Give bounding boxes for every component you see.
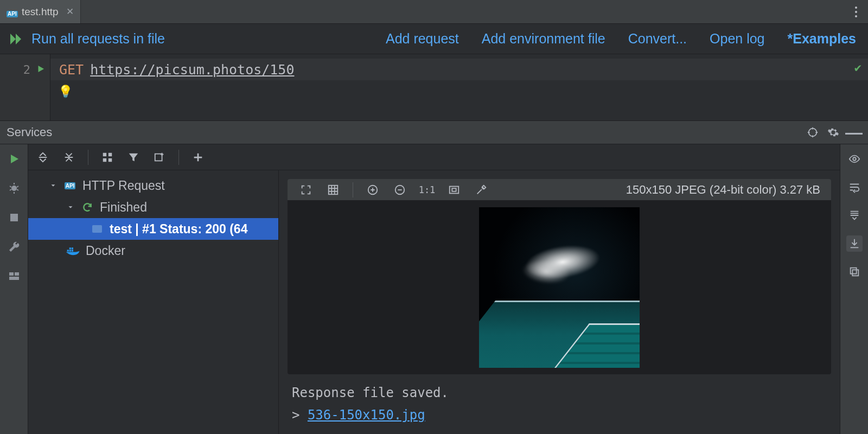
line-number: 2 — [23, 63, 30, 76]
gear-icon[interactable] — [826, 125, 841, 140]
console-line: Response file saved. — [292, 382, 827, 404]
run-icon[interactable] — [6, 151, 22, 167]
add-request-link[interactable]: Add request — [386, 31, 459, 47]
services-toolwindow-title: Services — — [0, 120, 868, 144]
collapse-all-icon[interactable] — [62, 150, 76, 164]
run-all-icon[interactable] — [8, 31, 24, 47]
zoom-in-icon[interactable] — [365, 182, 380, 197]
image-viewer-toolbar: 1:1 150x150 JPEG (24-bit color) 3.27 kB — [288, 179, 831, 201]
tree-label: test | #1 Status: 200 (64 — [110, 222, 247, 237]
toolbar-separator — [178, 150, 179, 165]
svg-rect-23 — [850, 268, 856, 274]
stop-icon[interactable] — [6, 209, 22, 226]
svg-rect-5 — [9, 277, 19, 280]
gutter-line-2: 2 — [23, 59, 50, 80]
svg-rect-12 — [69, 250, 71, 251]
svg-rect-15 — [72, 247, 73, 249]
svg-rect-4 — [15, 272, 19, 276]
tab-title: test.http — [22, 6, 59, 18]
convert-link[interactable]: Convert... — [628, 31, 687, 47]
add-icon[interactable] — [191, 150, 205, 164]
close-icon[interactable]: ✕ — [66, 6, 74, 17]
svg-rect-7 — [108, 152, 112, 156]
http-url: https://picsum.photos/150 — [90, 62, 294, 78]
editor-gutter: 2 — [0, 54, 50, 120]
console-prompt: > — [292, 407, 308, 423]
services-tree[interactable]: HTTP Request Finished test | #1 Status: — [28, 170, 279, 434]
actual-size-icon[interactable]: 1:1 — [419, 182, 435, 197]
open-new-tab-icon[interactable] — [152, 150, 167, 164]
services-split: HTTP Request Finished test | #1 Status: — [28, 170, 840, 434]
fullscreen-icon[interactable] — [298, 182, 314, 197]
toolbar-separator — [353, 182, 353, 197]
soft-wrap-icon[interactable] — [846, 179, 863, 195]
http-method: GET — [59, 62, 84, 78]
http-file-icon — [7, 7, 17, 17]
target-icon[interactable] — [805, 125, 820, 140]
zoom-out-icon[interactable] — [392, 182, 407, 197]
editor-tab-test-http[interactable]: test.http ✕ — [0, 0, 81, 23]
tree-node-http-request[interactable]: HTTP Request — [28, 175, 278, 196]
svg-point-21 — [853, 157, 856, 161]
svg-rect-14 — [69, 247, 71, 249]
response-image — [479, 207, 640, 368]
code-line-3: 💡 — [59, 80, 859, 102]
editor-code-area[interactable]: GET https://picsum.photos/150 💡 ✔ — [50, 54, 868, 120]
hide-panel-icon[interactable]: — — [846, 125, 861, 140]
fit-to-window-icon[interactable] — [446, 182, 462, 197]
docker-icon — [66, 245, 80, 257]
response-file-link[interactable]: 536-150x150.jpg — [308, 407, 425, 423]
intention-bulb-icon[interactable]: 💡 — [59, 85, 71, 97]
services-title-text: Services — [7, 125, 52, 139]
console-line: > 536-150x150.jpg — [292, 404, 827, 426]
image-info-text: 150x150 JPEG (24-bit color) 3.27 kB — [626, 183, 820, 197]
svg-rect-6 — [103, 152, 106, 156]
services-main: HTTP Request Finished test | #1 Status: — [28, 144, 840, 434]
grid-icon[interactable] — [326, 182, 341, 197]
filter-icon[interactable] — [126, 150, 141, 164]
layout-icon[interactable] — [6, 268, 22, 284]
services-body: HTTP Request Finished test | #1 Status: — [0, 144, 868, 434]
tree-node-finished[interactable]: Finished — [28, 196, 278, 218]
color-picker-icon[interactable] — [474, 182, 489, 197]
run-line-icon[interactable] — [36, 63, 46, 76]
svg-rect-3 — [9, 272, 14, 276]
svg-rect-9 — [108, 158, 112, 161]
services-content: 1:1 150x150 JPEG (24-bit color) 3.27 kB — [279, 170, 840, 434]
inspection-ok-icon[interactable]: ✔ — [854, 61, 861, 74]
http-client-toolbar: Run all requests in file Add request Add… — [0, 24, 868, 54]
examples-link[interactable]: *Examples — [788, 31, 856, 47]
svg-rect-19 — [450, 186, 459, 193]
svg-rect-11 — [67, 250, 69, 251]
svg-point-0 — [809, 129, 817, 137]
image-viewer-canvas[interactable] — [288, 201, 831, 374]
services-toolbar — [28, 144, 840, 170]
eye-icon[interactable] — [846, 151, 863, 167]
tree-label: HTTP Request — [82, 178, 165, 193]
open-log-link[interactable]: Open log — [710, 31, 764, 47]
expand-all-icon[interactable] — [36, 150, 50, 164]
http-editor: 2 GET https://picsum.photos/150 💡 ✔ — [0, 54, 868, 120]
add-env-file-link[interactable]: Add environment file — [482, 31, 605, 47]
group-by-icon[interactable] — [100, 150, 114, 164]
scroll-to-end-icon[interactable] — [846, 207, 863, 224]
copy-icon[interactable] — [846, 264, 863, 280]
tree-label: Finished — [100, 200, 147, 215]
svg-point-1 — [11, 186, 17, 191]
bug-icon[interactable] — [6, 180, 22, 196]
run-all-link[interactable]: Run all requests in file — [31, 31, 165, 47]
refresh-icon — [80, 201, 94, 213]
editor-tabbar: test.http ✕ — [0, 0, 868, 24]
download-icon[interactable] — [846, 235, 863, 252]
toolbar-separator — [88, 150, 88, 165]
tab-overflow-menu[interactable] — [844, 0, 868, 23]
http-request-icon — [63, 180, 77, 192]
svg-rect-10 — [155, 154, 162, 161]
tree-node-docker[interactable]: Docker — [28, 240, 278, 261]
chevron-down-icon — [49, 182, 58, 189]
svg-rect-13 — [72, 250, 73, 251]
tree-node-test-request[interactable]: test | #1 Status: 200 (64 — [28, 218, 278, 240]
response-console[interactable]: Response file saved. > 536-150x150.jpg — [279, 374, 840, 434]
svg-rect-20 — [452, 188, 456, 192]
wrench-icon[interactable] — [6, 239, 22, 255]
